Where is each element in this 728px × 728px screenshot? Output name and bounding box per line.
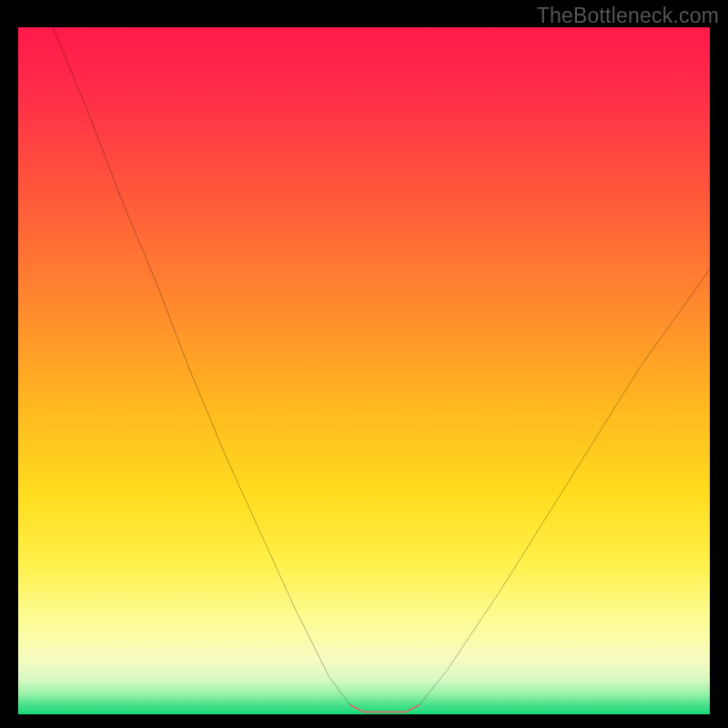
trough-highlight: [350, 705, 420, 713]
curves-svg: [18, 27, 710, 719]
right-ascending-curve: [420, 269, 710, 705]
left-descending-curve: [53, 27, 350, 705]
watermark-text: TheBottleneck.com: [537, 4, 719, 28]
plot-area: [18, 27, 710, 714]
chart-stage: TheBottleneck.com: [0, 0, 728, 728]
